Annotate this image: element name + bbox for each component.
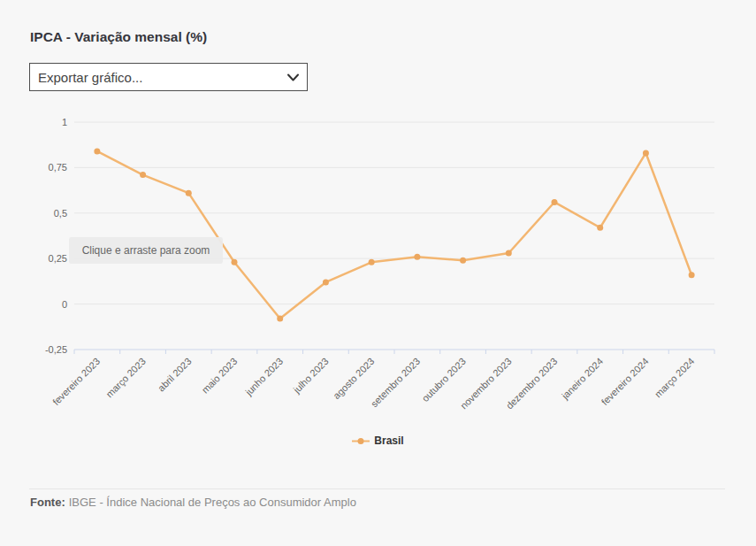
line-chart[interactable]: 10,750,50,250-0,25fevereiro 2023março 20… xyxy=(0,104,756,469)
y-axis-label: 0,75 xyxy=(49,162,67,173)
x-axis-label: junho 2023 xyxy=(242,356,285,398)
source-label: Fonte: xyxy=(30,496,65,509)
x-axis-label: março 2024 xyxy=(653,356,697,400)
export-chart-select[interactable]: Exportar gráfico... xyxy=(29,63,308,91)
chart-point[interactable] xyxy=(597,225,603,231)
x-axis-label: fevereiro 2023 xyxy=(50,356,102,407)
chart-point[interactable] xyxy=(186,190,192,196)
chart-point[interactable] xyxy=(552,199,558,205)
chart-point[interactable] xyxy=(277,316,283,322)
x-axis-label: fevereiro 2024 xyxy=(599,356,651,407)
source-text: IBGE - Índice Nacional de Preços ao Cons… xyxy=(69,496,356,509)
chart-point[interactable] xyxy=(643,150,649,156)
chart-plot-area[interactable]: 10,750,50,250-0,25fevereiro 2023março 20… xyxy=(0,104,756,469)
y-axis-label: -0,25 xyxy=(45,344,67,355)
y-axis-label: 0,25 xyxy=(49,253,67,264)
x-axis-label: agosto 2023 xyxy=(331,356,376,401)
legend-label: Brasil xyxy=(374,434,403,447)
chart-legend: Brasil xyxy=(0,434,756,447)
export-select-wrapper: Exportar gráfico... xyxy=(29,63,308,91)
chart-point[interactable] xyxy=(140,172,146,178)
y-axis-label: 0 xyxy=(62,299,67,310)
chart-point[interactable] xyxy=(369,259,375,265)
chart-point[interactable] xyxy=(460,258,466,264)
chart-point[interactable] xyxy=(323,279,329,285)
x-axis-label: janeiro 2024 xyxy=(559,356,605,402)
y-axis-label: 0,5 xyxy=(54,208,67,219)
x-axis-label: outubro 2023 xyxy=(420,356,468,404)
chart-point[interactable] xyxy=(506,250,512,257)
chart-point[interactable] xyxy=(414,254,420,260)
chart-line xyxy=(97,151,691,319)
chart-point[interactable] xyxy=(689,272,695,278)
y-axis-label: 1 xyxy=(62,117,67,127)
legend-line-marker-icon xyxy=(352,437,370,445)
chart-point[interactable] xyxy=(232,259,238,265)
x-axis-label: julho 2023 xyxy=(291,356,331,396)
page-title: IPCA - Variação mensal (%) xyxy=(30,29,207,45)
x-axis-label: maio 2023 xyxy=(200,356,240,396)
x-axis-label: setembro 2023 xyxy=(369,356,422,409)
chart-point[interactable] xyxy=(94,148,100,154)
zoom-hint-overlay: Clique e arraste para zoom xyxy=(69,237,223,264)
x-axis-label: março 2023 xyxy=(103,356,148,400)
source-note: Fonte:IBGE - Índice Nacional de Preços a… xyxy=(30,496,356,509)
footer-divider xyxy=(29,488,725,489)
x-axis-label: abril 2023 xyxy=(156,356,194,394)
legend-item-brasil[interactable]: Brasil xyxy=(352,434,403,447)
